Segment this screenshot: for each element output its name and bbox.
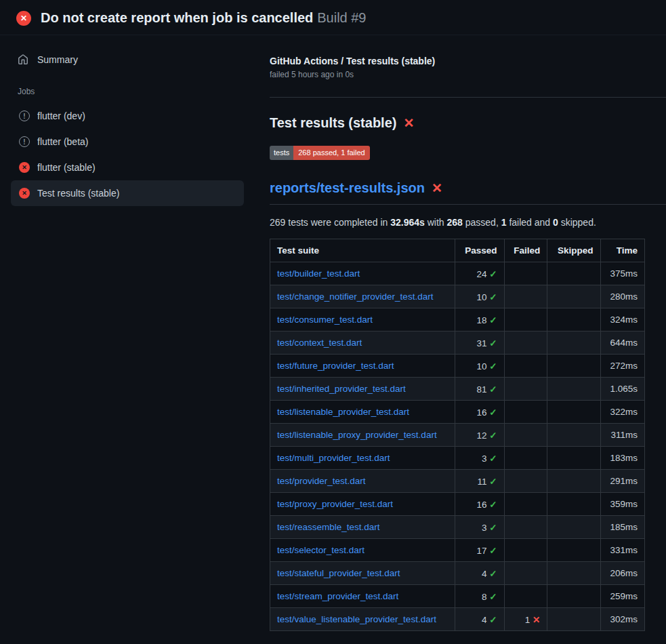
failed-cell <box>504 285 547 308</box>
run-status-line: failed 5 hours ago in 0s <box>270 70 666 79</box>
test-suite-link[interactable]: test/reassemble_test.dart <box>277 522 380 532</box>
passed-cell: 10 ✓ <box>455 355 504 378</box>
test-suite-link[interactable]: test/selector_test.dart <box>277 545 365 555</box>
suite-cell: test/stateful_provider_test.dart <box>270 562 455 585</box>
table-row: test/context_test.dart31 ✓644ms <box>270 331 645 355</box>
time-cell: 183ms <box>600 447 644 470</box>
suite-cell: test/multi_provider_test.dart <box>270 447 455 470</box>
sidebar: Summary Jobs ! flutter (dev) ! flutter (… <box>0 35 253 206</box>
sidebar-item-flutter-dev[interactable]: ! flutter (dev) <box>11 103 244 129</box>
table-row: test/value_listenable_provider_test.dart… <box>270 608 645 631</box>
column-header: Failed <box>504 239 547 262</box>
check-icon: ✓ <box>489 430 497 441</box>
time-cell: 644ms <box>600 331 644 355</box>
check-icon: ✓ <box>489 407 497 418</box>
test-suite-link[interactable]: test/listenable_proxy_provider_test.dart <box>277 430 437 440</box>
cancelled-status-icon: ! <box>19 110 30 121</box>
suite-cell: test/stream_provider_test.dart <box>270 585 455 608</box>
test-table-body: test/builder_test.dart24 ✓375mstest/chan… <box>270 262 645 631</box>
skipped-cell <box>547 470 600 493</box>
test-suite-link[interactable]: test/proxy_provider_test.dart <box>277 499 393 509</box>
job-label: flutter (stable) <box>37 162 96 173</box>
check-icon: ✓ <box>489 269 497 279</box>
test-suite-link[interactable]: test/inherited_provider_test.dart <box>277 384 406 394</box>
failed-cell <box>504 493 547 516</box>
column-header: Skipped <box>547 239 600 262</box>
skipped-cell <box>547 493 600 516</box>
table-row: test/builder_test.dart24 ✓375ms <box>270 262 645 285</box>
passed-cell: 3 ✓ <box>455 516 504 539</box>
table-row: test/future_provider_test.dart10 ✓272ms <box>270 355 645 378</box>
check-icon: ✓ <box>489 523 497 533</box>
passed-cell: 17 ✓ <box>455 539 504 562</box>
test-suite-link[interactable]: test/consumer_test.dart <box>277 315 373 325</box>
check-icon: ✓ <box>489 384 497 395</box>
skipped-cell <box>547 285 600 308</box>
passed-cell: 16 ✓ <box>455 493 504 516</box>
time-cell: 185ms <box>600 516 644 539</box>
passed-cell: 3 ✓ <box>455 447 504 470</box>
check-icon: ✓ <box>489 546 497 556</box>
suite-cell: test/value_listenable_provider_test.dart <box>270 608 455 631</box>
test-suite-link[interactable]: test/value_listenable_provider_test.dart <box>277 614 436 624</box>
test-suite-link[interactable]: test/context_test.dart <box>277 338 362 348</box>
cross-icon: ✕ <box>533 615 540 625</box>
test-suite-link[interactable]: test/provider_test.dart <box>277 476 366 486</box>
check-icon: ✓ <box>489 592 497 602</box>
table-row: test/inherited_provider_test.dart81 ✓1.0… <box>270 378 645 401</box>
tests-badge: tests 268 passed, 1 failed <box>270 146 370 160</box>
sidebar-summary-label: Summary <box>37 54 78 65</box>
failed-cell <box>504 401 547 424</box>
column-header: Passed <box>455 239 504 262</box>
passed-cell: 31 ✓ <box>455 331 504 355</box>
time-cell: 375ms <box>600 262 644 285</box>
time-cell: 359ms <box>600 493 644 516</box>
skipped-cell <box>547 378 600 401</box>
test-suite-link[interactable]: test/multi_provider_test.dart <box>277 453 390 463</box>
time-cell: 280ms <box>600 285 644 308</box>
passed-cell: 10 ✓ <box>455 285 504 308</box>
table-row: test/listenable_proxy_provider_test.dart… <box>270 424 645 447</box>
test-suite-link[interactable]: test/stream_provider_test.dart <box>277 591 398 601</box>
failed-cell <box>504 516 547 539</box>
table-row: test/selector_test.dart17 ✓331ms <box>270 539 645 562</box>
suite-cell: test/reassemble_test.dart <box>270 516 455 539</box>
failed-cell <box>504 424 547 447</box>
failed-status-icon: ✕ <box>19 162 30 173</box>
sidebar-item-flutter-beta[interactable]: ! flutter (beta) <box>11 129 244 155</box>
suite-cell: test/proxy_provider_test.dart <box>270 493 455 516</box>
test-suite-link[interactable]: test/stateful_provider_test.dart <box>277 568 400 578</box>
check-run-header: ✕ Do not create report when job is cance… <box>0 0 666 35</box>
skipped-cell <box>547 331 600 355</box>
test-summary-line: 269 tests were completed in 32.964s with… <box>270 217 666 228</box>
passed-cell: 11 ✓ <box>455 470 504 493</box>
test-suite-link[interactable]: test/future_provider_test.dart <box>277 361 394 371</box>
section-title: Test results (stable) <box>270 115 396 131</box>
sidebar-item-summary[interactable]: Summary <box>11 47 244 72</box>
column-header: Test suite <box>270 239 455 262</box>
test-suite-link[interactable]: test/change_notifier_provider_test.dart <box>277 291 433 302</box>
sidebar-item-flutter-stable[interactable]: ✕ flutter (stable) <box>11 155 244 180</box>
sidebar-item-test-results-stable[interactable]: ✕ Test results (stable) <box>11 180 244 206</box>
test-suite-link[interactable]: test/builder_test.dart <box>277 268 360 279</box>
passed-cell: 16 ✓ <box>455 401 504 424</box>
check-icon: ✓ <box>489 338 497 348</box>
passed-cell: 24 ✓ <box>455 262 504 285</box>
passed-cell: 18 ✓ <box>455 308 504 331</box>
time-cell: 259ms <box>600 585 644 608</box>
run-build-number: Build #9 <box>317 10 366 25</box>
report-file-link[interactable]: reports/test-results.json <box>270 180 425 196</box>
check-icon: ✓ <box>489 615 497 625</box>
divider <box>270 97 666 98</box>
skipped-cell <box>547 608 600 631</box>
passed-cell: 4 ✓ <box>455 608 504 631</box>
skipped-cell <box>547 262 600 285</box>
suite-cell: test/listenable_proxy_provider_test.dart <box>270 424 455 447</box>
test-suite-link[interactable]: test/listenable_provider_test.dart <box>277 407 409 417</box>
badge-value: 268 passed, 1 failed <box>293 146 369 160</box>
suite-cell: test/consumer_test.dart <box>270 308 455 331</box>
column-header: Time <box>600 239 644 262</box>
time-cell: 322ms <box>600 401 644 424</box>
time-cell: 206ms <box>600 562 644 585</box>
check-icon: ✓ <box>489 569 497 579</box>
